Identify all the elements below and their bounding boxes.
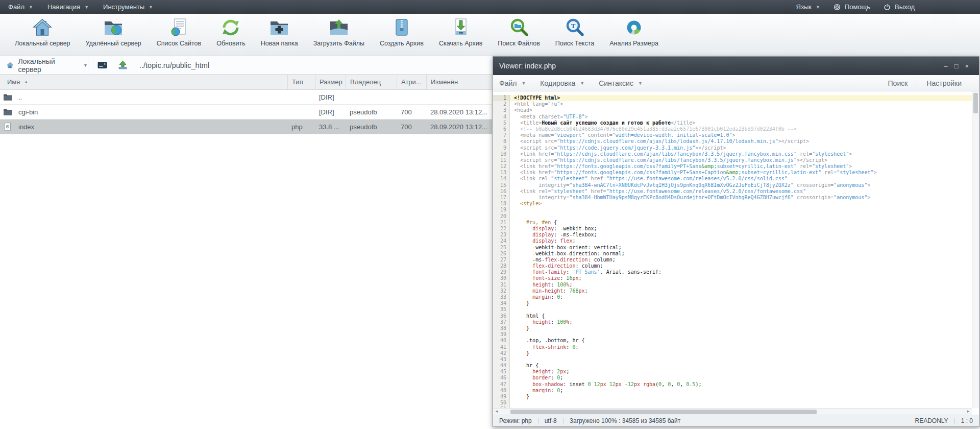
window-buttons: –□× [944, 63, 969, 69]
line-content: <head> [510, 107, 972, 113]
scroll-right-arrow-icon[interactable]: ► [966, 409, 970, 414]
server-selector[interactable]: Локальный сервер ▼ [0, 56, 88, 74]
line-number: 26 [493, 251, 510, 257]
line-number: 28 [493, 263, 510, 269]
line-content: font-size: 16px; [510, 275, 972, 281]
line-content: display: flex; [510, 238, 972, 244]
viewer-menu-encoding[interactable]: Кодировка▼ [540, 79, 584, 87]
viewer-menu-syntax[interactable]: Синтаксис▼ [599, 79, 643, 87]
toolbar-refresh-button[interactable]: Обновить [209, 17, 253, 47]
code-line: 41 flex-shrink: 0; [493, 344, 972, 350]
menu-language[interactable]: Язык▼ [796, 0, 820, 14]
line-content [510, 331, 972, 338]
line-number: 36 [493, 313, 510, 319]
line-content: <style> [510, 201, 972, 207]
scroll-left-arrow-icon[interactable]: ◄ [495, 409, 499, 414]
menu-file[interactable]: Файл▼ [2, 0, 41, 14]
line-number: 3 [493, 107, 510, 113]
code-line: 29 font-family: 'PT Sans', Arial, sans-s… [493, 269, 972, 275]
column-header-5[interactable]: Изменён [426, 75, 492, 89]
file-panel: Локальный сервер ▼ ../topic.ru/public_ht… [0, 56, 492, 429]
line-number: 11 [493, 157, 510, 163]
column-header-4[interactable]: Атри... [397, 75, 426, 89]
create-archive-icon [391, 17, 412, 38]
code-line: 44 hr { [493, 363, 972, 369]
toolbar-download-archive-button[interactable]: ZIPСкачать Архив [431, 17, 490, 47]
column-header-2[interactable]: Размер [315, 75, 346, 89]
file-row-..[interactable]: ..[DIR] [0, 90, 492, 105]
line-content: <meta name="viewport" content="width=dev… [510, 132, 972, 138]
toolbar-size-analysis-button[interactable]: Анализ Размера [602, 17, 666, 47]
line-content: <meta charset="UTF-8"> [510, 114, 972, 120]
code-line: 32 min-height: 768px; [493, 288, 972, 294]
column-header-3[interactable]: Владелец [346, 75, 397, 89]
line-content: box-shadow: inset 0 12px 12px -12px rgba… [510, 382, 972, 388]
toolbar-new-folder-button[interactable]: Новая папка [253, 17, 306, 47]
line-number: 15 [493, 182, 510, 188]
code-line: 15 integrity="sha384-wnAC7ln+XN0UKdcPvJv… [493, 182, 972, 188]
remote-server-icon [103, 17, 124, 38]
horizontal-scrollbar[interactable]: ◄ ► [493, 408, 972, 415]
toolbar-upload-files-button[interactable]: Загрузить Файлы [306, 17, 372, 47]
file-name: .. [18, 93, 22, 101]
viewer-action-search[interactable]: Поиск [879, 79, 917, 87]
viewer-action-settings[interactable]: Настройки [917, 79, 971, 87]
file-type: php [287, 123, 315, 131]
toolbar-button-label: Список Сайтов [157, 40, 201, 47]
column-header-0[interactable]: Имя▲ [0, 75, 287, 89]
file-size: [DIR] [315, 93, 346, 101]
vertical-scrollbar-thumb[interactable] [973, 93, 978, 113]
column-header-label: Изменён [431, 78, 458, 86]
file-row-index[interactable]: indexphp33.8 ...pseudofb70028.09.2020 13… [0, 120, 492, 134]
code-line: 35 [493, 306, 972, 313]
line-number: 1 [493, 95, 510, 101]
toolbar-button-label: Поиск Файлов [498, 40, 540, 47]
status-encoding: utf-8 [545, 417, 557, 424]
toolbar-search-files-button[interactable]: Поиск Файлов [490, 17, 548, 47]
toolbar-local-server-button[interactable]: Локальный сервер [7, 17, 78, 47]
line-content: hr { [510, 363, 972, 369]
vertical-scrollbar[interactable] [972, 91, 979, 408]
toolbar-site-list-button[interactable]: Список Сайтов [149, 17, 209, 47]
toolbar-remote-server-button[interactable]: Удалённый сервер [78, 17, 149, 47]
line-number: 19 [493, 207, 510, 213]
chevron-down-icon: ▼ [580, 81, 584, 86]
menu-label: Помощь [845, 3, 870, 11]
column-header-1[interactable]: Тип [287, 75, 315, 89]
code-line: 4 <meta charset="UTF-8"> [493, 114, 972, 120]
menu-logout[interactable]: Выход [884, 0, 915, 14]
line-number: 38 [493, 325, 510, 331]
menu-help[interactable]: Помощь [834, 0, 870, 14]
code-line: 46 border: 0; [493, 375, 972, 381]
line-content: margin: 0; [510, 388, 972, 394]
toolbar-create-archive-button[interactable]: Создать Архив [372, 17, 431, 47]
line-content: #ru, #en { [510, 220, 972, 226]
line-number: 39 [493, 331, 510, 338]
line-content: <script src="https://code.jquery.com/jqu… [510, 145, 972, 151]
file-row-cgi-bin[interactable]: cgi-bin[DIR]pseudofb70028.09.2020 13:12.… [0, 105, 492, 120]
line-content: <link href="https://cdnjs.cloudflare.com… [510, 151, 972, 157]
minimize-button[interactable]: – [944, 63, 947, 69]
maximize-button[interactable]: □ [954, 63, 959, 69]
line-content: flex-direction: column; [510, 263, 972, 269]
code-line: 10 <link href="https://cdnjs.cloudflare.… [493, 151, 972, 157]
menu-tools[interactable]: Инструменты▼ [97, 0, 161, 14]
column-header-label: Тип [292, 78, 303, 86]
folder-icon [3, 108, 12, 116]
go-up-button[interactable] [116, 59, 129, 72]
file-name: cgi-bin [18, 108, 38, 116]
code-line: 24 display: flex; [493, 238, 972, 244]
menu-navigation[interactable]: Навигация▼ [41, 0, 97, 14]
line-number: 14 [493, 176, 510, 182]
toolbar-search-text-button[interactable]: TПоиск Текста [548, 17, 602, 47]
line-number: 49 [493, 394, 510, 400]
horizontal-scrollbar-thumb[interactable] [510, 410, 817, 414]
code-line: 40 .top, .bottom, hr { [493, 338, 972, 344]
refresh-icon [220, 17, 241, 38]
line-number: 34 [493, 300, 510, 306]
viewer-menu-file[interactable]: Файл▼ [499, 79, 526, 87]
line-content: <title>Новый сайт успешно создан и готов… [510, 120, 972, 126]
close-button[interactable]: × [965, 63, 969, 69]
line-content: height: 100%; [510, 319, 972, 325]
disk-info-button[interactable] [95, 59, 109, 72]
